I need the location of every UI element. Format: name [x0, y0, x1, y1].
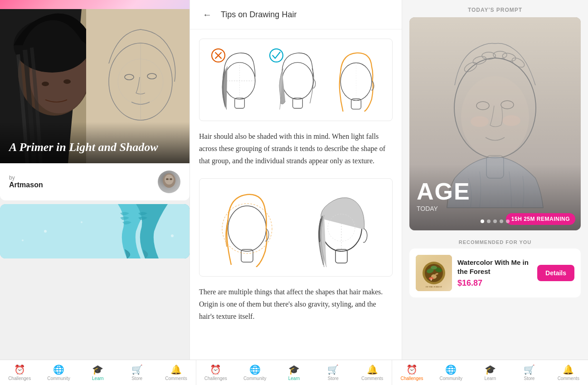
- rec-price: $16.87: [457, 278, 532, 288]
- left-panel: A Primer in Light and Shadow by Artmason: [0, 0, 190, 360]
- svg-point-21: [44, 230, 47, 233]
- prompt-label: TODAY'S PROMPT: [468, 7, 522, 13]
- middle-header: ← Tips on Drawing Hair: [190, 0, 402, 29]
- svg-point-17: [165, 175, 174, 185]
- rec-info: Watercolor With Me in the Forest $16.87: [457, 258, 532, 288]
- avatar-image: [158, 171, 180, 193]
- community-label-left: Community: [47, 376, 70, 381]
- learn-icon-left: 🎓: [92, 364, 103, 375]
- nav-learn-right[interactable]: 🎓 Learn: [471, 360, 510, 385]
- course-card-title-overlay: A Primer in Light and Shadow: [0, 122, 190, 163]
- recommended-section: RECOMMENDED FOR YOU: [402, 234, 588, 249]
- details-button[interactable]: Details: [537, 265, 574, 281]
- author-info: by Artmason: [9, 175, 43, 189]
- back-button[interactable]: ←: [199, 6, 215, 23]
- svg-rect-29: [235, 98, 245, 108]
- nav-store-mid[interactable]: 🛒 Store: [314, 360, 353, 385]
- dot-1[interactable]: [481, 219, 484, 223]
- nav-section-middle: ⏰ Challenges 🌐 Community 🎓 Learn 🛒 Store…: [196, 360, 393, 385]
- community-label-right: Community: [440, 376, 463, 381]
- avatar: [158, 171, 180, 193]
- recommended-card[interactable]: IN THE FOREST Watercolor With Me in the …: [409, 249, 581, 297]
- rec-thumbnail-image: IN THE FOREST: [416, 255, 452, 291]
- community-icon-left: 🌐: [53, 364, 64, 375]
- store-label-right: Store: [524, 376, 535, 381]
- comments-label-right: Comments: [558, 376, 579, 381]
- prompt-word: AGE: [417, 178, 573, 205]
- nav-section-left: ⏰ Challenges 🌐 Community 🎓 Learn 🛒 Store…: [0, 360, 196, 385]
- nav-comments-left[interactable]: 🔔 Comments: [156, 360, 195, 385]
- mermaid-card-image: [0, 204, 190, 258]
- prompt-image: AGE TODAY 15H 25M REMAINING: [409, 17, 581, 230]
- middle-panel: ← Tips on Drawing Hair: [190, 0, 402, 360]
- comments-icon-mid: 🔔: [367, 364, 378, 375]
- mermaid-card[interactable]: [0, 204, 190, 258]
- store-icon-mid: 🛒: [327, 364, 339, 375]
- prompt-section: TODAY'S PROMPT: [402, 0, 588, 17]
- learn-label-mid: Learn: [288, 376, 300, 381]
- learn-icon-mid: 🎓: [288, 364, 300, 375]
- hair-figure-3: [327, 48, 381, 112]
- nav-learn-left[interactable]: 🎓 Learn: [78, 360, 117, 385]
- bottom-nav: ⏰ Challenges 🌐 Community 🎓 Learn 🛒 Store…: [0, 360, 588, 385]
- store-icon-left: 🛒: [131, 364, 143, 375]
- left-panel-content: A Primer in Light and Shadow by Artmason: [0, 9, 190, 360]
- middle-content[interactable]: Hair should also be shaded with this in …: [190, 29, 402, 360]
- nav-store-right[interactable]: 🛒 Store: [510, 360, 549, 385]
- dot-3[interactable]: [493, 219, 497, 223]
- hair-figure-2: [268, 48, 323, 112]
- community-icon-mid: 🌐: [249, 364, 261, 375]
- svg-text:IN THE FOREST: IN THE FOREST: [426, 286, 442, 288]
- svg-rect-69: [431, 278, 432, 281]
- community-label-mid: Community: [243, 376, 267, 381]
- prompt-today: TODAY: [417, 205, 573, 212]
- challenges-icon-mid: ⏰: [210, 364, 221, 375]
- course-card[interactable]: A Primer in Light and Shadow by Artmason: [0, 9, 190, 200]
- top-decoration: [0, 0, 190, 9]
- svg-point-8: [42, 82, 49, 86]
- nav-store-left[interactable]: 🛒 Store: [117, 360, 156, 385]
- learn-label-left: Learn: [92, 376, 104, 381]
- learn-label-right: Learn: [484, 376, 496, 381]
- nav-comments-right[interactable]: 🔔 Comments: [549, 360, 588, 385]
- svg-point-23: [171, 234, 174, 237]
- svg-point-32: [270, 49, 283, 62]
- svg-point-24: [22, 239, 24, 241]
- dot-4[interactable]: [500, 219, 503, 223]
- prompt-card[interactable]: AGE TODAY 15H 25M REMAINING: [409, 17, 581, 230]
- dot-5[interactable]: [506, 219, 510, 223]
- learn-icon-right: 🎓: [485, 364, 496, 375]
- article-title: Tips on Drawing Hair: [221, 10, 296, 19]
- rec-title: Watercolor With Me in the Forest: [457, 258, 532, 276]
- nav-community-right[interactable]: 🌐 Community: [432, 360, 471, 385]
- svg-point-66: [431, 266, 437, 269]
- svg-point-22: [81, 221, 83, 223]
- dot-2[interactable]: [487, 219, 491, 223]
- prompt-remaining: 15H 25M REMAINING: [506, 213, 575, 225]
- store-icon-right: 🛒: [524, 364, 535, 375]
- nav-comments-mid[interactable]: 🔔 Comments: [353, 360, 392, 385]
- svg-point-19: [170, 178, 172, 180]
- svg-point-18: [166, 178, 169, 180]
- rec-thumbnail: IN THE FOREST: [416, 255, 452, 291]
- nav-section-right: ⏰ Challenges 🌐 Community 🎓 Learn 🛒 Store…: [392, 360, 588, 385]
- nav-challenges-left[interactable]: ⏰ Challenges: [0, 360, 39, 385]
- hair-figure-1: [210, 48, 265, 112]
- mermaid-illustration: [0, 204, 190, 258]
- svg-point-57: [461, 76, 529, 158]
- nav-learn-mid[interactable]: 🎓 Learn: [274, 360, 313, 385]
- challenges-label-right: Challenges: [400, 376, 423, 381]
- paragraph-1: Hair should also be shaded with this in …: [199, 130, 393, 167]
- course-card-footer: by Artmason: [0, 163, 190, 200]
- community-icon-right: 🌐: [445, 364, 457, 375]
- comments-label-mid: Comments: [361, 376, 383, 381]
- nav-challenges-right[interactable]: ⏰ Challenges: [392, 360, 431, 385]
- nav-community-mid[interactable]: 🌐 Community: [235, 360, 274, 385]
- svg-point-38: [228, 206, 266, 251]
- nav-community-left[interactable]: 🌐 Community: [39, 360, 78, 385]
- nav-challenges-mid[interactable]: ⏰ Challenges: [196, 360, 235, 385]
- prompt-dots: [481, 219, 510, 223]
- challenges-label-left: Challenges: [8, 376, 31, 381]
- store-label-mid: Store: [328, 376, 339, 381]
- svg-point-9: [63, 79, 71, 84]
